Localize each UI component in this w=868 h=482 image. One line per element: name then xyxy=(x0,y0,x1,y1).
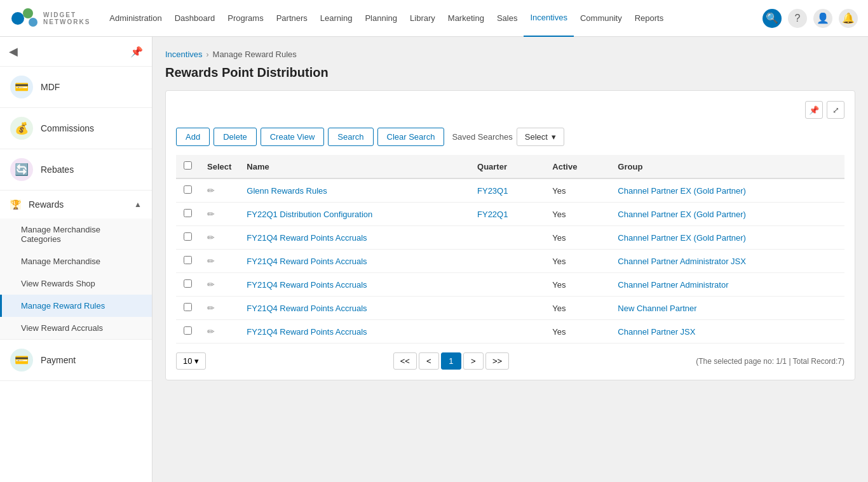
main-card: 📌 ⤢ Add Delete Create View Search Clear … xyxy=(165,90,855,380)
edit-icon-1[interactable]: ✏ xyxy=(207,209,215,219)
per-page-chevron-icon: ▾ xyxy=(194,356,199,366)
search-button[interactable]: Search xyxy=(328,128,373,146)
sidebar-item-payment[interactable]: 💳 Payment xyxy=(0,340,152,380)
sidebar-sub-item-view-rewards-shop[interactable]: View Rewards Shop xyxy=(0,272,152,295)
nav-links: AdministrationDashboardProgramsPartnersL… xyxy=(103,0,763,37)
edit-icon-5[interactable]: ✏ xyxy=(207,303,215,313)
sidebar-pin-button[interactable]: 📌 xyxy=(130,46,143,58)
select-all-checkbox[interactable] xyxy=(184,161,192,170)
row-checkbox-5[interactable] xyxy=(184,303,192,311)
row-name-link-0[interactable]: Glenn Rewards Rules xyxy=(247,186,327,196)
edit-icon-4[interactable]: ✏ xyxy=(207,279,215,290)
nav-item-administration[interactable]: Administration xyxy=(103,0,168,37)
row-active-4: Yes xyxy=(545,273,610,297)
nav-item-marketing[interactable]: Marketing xyxy=(442,0,491,37)
next-page-button[interactable]: > xyxy=(463,352,484,370)
edit-icon-0[interactable]: ✏ xyxy=(207,185,215,196)
sidebar-item-commissions[interactable]: 💰 Commissions xyxy=(0,108,152,149)
saved-searches-label: Saved Searches xyxy=(452,132,512,142)
main-content: Incentives › Manage Reward Rules Rewards… xyxy=(153,37,868,482)
sidebar-sub-item-view-reward-accruals[interactable]: View Reward Accruals xyxy=(0,317,152,339)
row-checkbox-6[interactable] xyxy=(184,326,192,335)
col-active: Active xyxy=(545,155,610,178)
search-icon[interactable]: 🔍 xyxy=(763,9,782,28)
nav-item-planning[interactable]: Planning xyxy=(358,0,403,37)
row-name-link-6[interactable]: FY21Q4 Reward Points Accruals xyxy=(247,327,367,337)
col-group: Group xyxy=(610,155,844,178)
first-page-button[interactable]: << xyxy=(393,352,417,370)
create-view-button[interactable]: Create View xyxy=(261,128,325,146)
page-title: Rewards Point Distribution xyxy=(165,65,855,80)
help-icon[interactable]: ? xyxy=(788,9,807,28)
card-icons: 📌 ⤢ xyxy=(805,101,844,119)
logo[interactable]: WIDGET NETWORKS xyxy=(10,6,90,31)
top-navigation: WIDGET NETWORKS AdministrationDashboardP… xyxy=(0,0,868,37)
svg-point-0 xyxy=(11,12,24,25)
prev-page-button[interactable]: < xyxy=(419,352,439,370)
current-page-button[interactable]: 1 xyxy=(441,352,461,370)
row-group-link-4[interactable]: Channel Partner Administrator xyxy=(618,280,728,290)
sidebar-collapse-button[interactable]: ◀ xyxy=(9,44,18,58)
sidebar-item-rewards[interactable]: 🏆 Rewards ▲ xyxy=(0,191,152,218)
per-page-selector: 10 ▾ xyxy=(176,352,206,370)
table-row: ✏FY21Q4 Reward Points AccrualsYesChannel… xyxy=(176,226,844,250)
row-group-link-3[interactable]: Channel Partner Administrator JSX xyxy=(618,257,746,266)
row-name-link-2[interactable]: FY21Q4 Reward Points Accruals xyxy=(247,233,367,243)
row-quarter-link-1[interactable]: FY22Q1 xyxy=(477,210,508,219)
brand-label: WIDGET xyxy=(43,11,90,18)
row-group-link-5[interactable]: New Channel Partner xyxy=(618,304,696,313)
nav-item-community[interactable]: Community xyxy=(574,0,628,37)
add-button[interactable]: Add xyxy=(176,128,210,146)
notification-icon[interactable]: 🔔 xyxy=(839,9,858,28)
row-checkbox-3[interactable] xyxy=(184,256,192,264)
sidebar-item-rebates[interactable]: 🔄 Rebates xyxy=(0,149,152,190)
delete-button[interactable]: Delete xyxy=(214,128,257,146)
expand-icon[interactable]: ⤢ xyxy=(827,101,844,119)
per-page-button[interactable]: 10 ▾ xyxy=(176,352,206,370)
nav-item-learning[interactable]: Learning xyxy=(314,0,359,37)
sidebar-sub-item-manage-merchandise[interactable]: Manage Merchandise xyxy=(0,250,152,272)
clear-search-button[interactable]: Clear Search xyxy=(377,128,445,146)
saved-searches-select[interactable]: Select ▾ xyxy=(517,128,564,146)
row-group-link-2[interactable]: Channel Partner EX (Gold Partner) xyxy=(618,233,746,243)
row-checkbox-0[interactable] xyxy=(184,185,192,194)
user-avatar[interactable]: 👤 xyxy=(813,9,832,28)
row-group-link-0[interactable]: Channel Partner EX (Gold Partner) xyxy=(618,186,746,196)
breadcrumb-root[interactable]: Incentives xyxy=(165,50,203,59)
table-row: ✏Glenn Rewards RulesFY23Q1YesChannel Par… xyxy=(176,178,844,203)
row-quarter-link-0[interactable]: FY23Q1 xyxy=(477,186,508,196)
row-name-link-3[interactable]: FY21Q4 Reward Points Accruals xyxy=(247,257,367,266)
edit-icon-3[interactable]: ✏ xyxy=(207,256,215,266)
row-name-link-5[interactable]: FY21Q4 Reward Points Accruals xyxy=(247,304,367,313)
sidebar-item-mdf[interactable]: 💳 MDF xyxy=(0,67,152,107)
row-group-link-6[interactable]: Channel Partner JSX xyxy=(618,327,695,337)
commissions-icon: 💰 xyxy=(10,117,33,140)
sidebar-sub-item-manage-reward-rules[interactable]: Manage Reward Rules xyxy=(0,295,152,317)
row-name-link-1[interactable]: FY22Q1 Distribution Configuration xyxy=(247,210,372,219)
row-checkbox-1[interactable] xyxy=(184,209,192,217)
row-group-link-1[interactable]: Channel Partner EX (Gold Partner) xyxy=(618,210,746,219)
nav-item-dashboard[interactable]: Dashboard xyxy=(168,0,222,37)
edit-icon-2[interactable]: ✏ xyxy=(207,232,215,243)
row-checkbox-2[interactable] xyxy=(184,232,192,241)
nav-item-programs[interactable]: Programs xyxy=(221,0,269,37)
last-page-button[interactable]: >> xyxy=(485,352,509,370)
pin-view-icon[interactable]: 📌 xyxy=(805,101,823,119)
nav-item-sales[interactable]: Sales xyxy=(491,0,524,37)
row-active-6: Yes xyxy=(545,320,610,344)
row-name-link-4[interactable]: FY21Q4 Reward Points Accruals xyxy=(247,280,367,290)
sidebar-section-payment: 💳 Payment xyxy=(0,340,152,381)
nav-item-reports[interactable]: Reports xyxy=(628,0,670,37)
edit-icon-6[interactable]: ✏ xyxy=(207,326,215,337)
nav-item-library[interactable]: Library xyxy=(403,0,442,37)
sidebar-sub-item-manage-merchandise-categories[interactable]: Manage Merchandise Categories xyxy=(0,218,152,250)
sidebar-section-rewards: 🏆 Rewards ▲ Manage Merchandise Categorie… xyxy=(0,191,152,340)
mdf-icon: 💳 xyxy=(10,76,33,98)
card-header: 📌 ⤢ xyxy=(176,101,844,119)
table-row: ✏FY21Q4 Reward Points AccrualsYesChannel… xyxy=(176,250,844,273)
sidebar-rewards-label: Rewards xyxy=(29,199,64,210)
col-name: Name xyxy=(239,155,470,178)
nav-item-incentives[interactable]: Incentives xyxy=(524,0,574,37)
row-checkbox-4[interactable] xyxy=(184,279,192,288)
nav-item-partners[interactable]: Partners xyxy=(270,0,314,37)
